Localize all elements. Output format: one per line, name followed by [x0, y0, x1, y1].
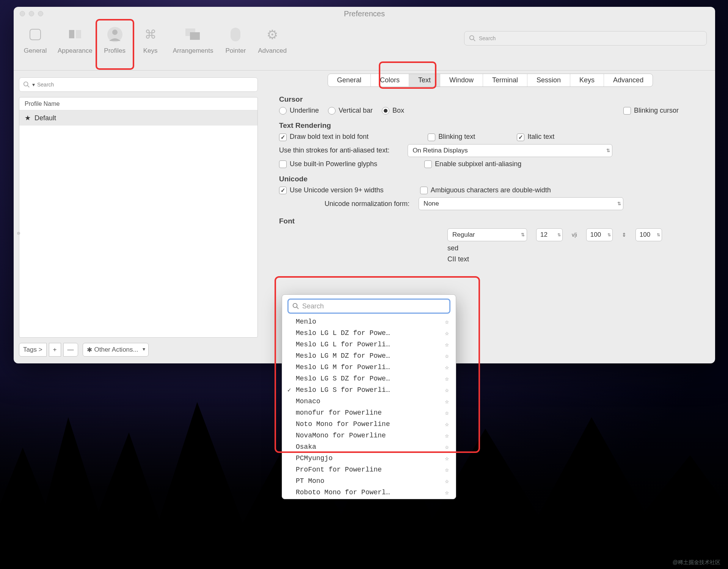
titlebar: Preferences	[14, 7, 715, 20]
favorite-star-icon[interactable]: ☆	[445, 420, 449, 428]
favorite-star-icon[interactable]: ☆	[445, 318, 449, 326]
resize-handle-icon[interactable]	[17, 232, 20, 235]
favorite-star-icon[interactable]: ☆	[445, 409, 449, 417]
favorite-star-icon[interactable]: ☆	[445, 397, 449, 406]
vspacing-field[interactable]: 100	[635, 228, 662, 241]
favorite-star-icon[interactable]: ☆	[445, 374, 449, 383]
font-list-item[interactable]: Noto Mono for Powerline☆	[285, 418, 453, 430]
font-list-item[interactable]: Osaka☆	[285, 441, 453, 453]
cursor-underline-radio[interactable]: Underline	[279, 107, 319, 115]
unicode-v9-check[interactable]: Use Unicode version 9+ widths	[279, 186, 384, 194]
tab-keys[interactable]: Keys	[570, 74, 604, 86]
font-list-item[interactable]: PCMyungjo☆	[285, 453, 453, 464]
font-weight-select[interactable]: Regular	[447, 228, 527, 241]
tab-window[interactable]: Window	[440, 74, 483, 86]
font-list-item[interactable]: NovaMono for Powerline☆	[285, 430, 453, 441]
sidebar-search[interactable]: ▾ Search	[19, 77, 258, 92]
blinking-text-check[interactable]: Blinking text	[428, 133, 475, 141]
favorite-star-icon[interactable]: ☆	[445, 363, 449, 371]
tab-session[interactable]: Session	[527, 74, 570, 86]
thin-strokes-select[interactable]: On Retina Displays	[408, 144, 612, 157]
subpixel-aa-check[interactable]: Enable subpixel anti-aliasing	[424, 160, 521, 168]
profile-list-item[interactable]: ★ Default	[19, 110, 257, 126]
favorite-star-icon[interactable]: ☆	[445, 443, 449, 451]
close-button[interactable]	[20, 11, 25, 16]
svg-point-12	[293, 303, 297, 308]
toolbar-arrangements[interactable]: Arrangements	[173, 22, 213, 55]
favorite-star-icon[interactable]: ☆	[445, 465, 449, 474]
font-list-item[interactable]: Meslo LG L DZ for Powe…☆	[285, 327, 453, 339]
section-cursor: Cursor	[279, 95, 701, 104]
toolbar-advanced[interactable]: ⚙ Advanced	[258, 22, 287, 55]
tags-button[interactable]: Tags >	[19, 343, 47, 357]
font-list-item[interactable]: Meslo LG M DZ for Powe…☆	[285, 350, 453, 362]
toolbar-general[interactable]: General	[22, 22, 49, 55]
font-list[interactable]: Menlo☆Meslo LG L DZ for Powe…☆Meslo LG L…	[285, 316, 453, 498]
tab-terminal[interactable]: Terminal	[483, 74, 527, 86]
favorite-star-icon[interactable]: ☆	[445, 386, 449, 394]
font-list-item[interactable]: Monaco☆	[285, 396, 453, 407]
svg-line-11	[28, 86, 30, 88]
remove-profile-button[interactable]: —	[63, 343, 78, 357]
window-title: Preferences	[14, 9, 715, 18]
font-list-item[interactable]: Meslo LG S for Powerli…☆	[285, 384, 453, 396]
favorite-star-icon[interactable]: ☆	[445, 477, 449, 485]
favorite-star-icon[interactable]: ☆	[445, 431, 449, 440]
blinking-cursor-check[interactable]: Blinking cursor	[623, 107, 679, 115]
tab-colors[interactable]: Colors	[370, 74, 409, 86]
slider-icon	[25, 24, 46, 45]
hspacing-field[interactable]: 100	[586, 228, 613, 241]
bold-font-check[interactable]: Draw bold text in bold font	[279, 133, 369, 141]
tab-text[interactable]: Text	[409, 74, 440, 86]
favorite-star-icon[interactable]: ☆	[445, 454, 449, 462]
cursor-vertical-radio[interactable]: Vertical bar	[328, 107, 373, 115]
favorite-star-icon[interactable]: ☆	[445, 488, 449, 497]
svg-rect-1	[69, 30, 74, 38]
partial-text: CII text	[447, 255, 469, 263]
toolbar-appearance[interactable]: Appearance	[58, 22, 93, 55]
italic-text-check[interactable]: Italic text	[517, 133, 554, 141]
font-list-item[interactable]: PT Mono☆	[285, 475, 453, 487]
add-profile-button[interactable]: +	[49, 343, 61, 357]
font-size-field[interactable]: 12	[536, 228, 563, 241]
tab-advanced[interactable]: Advanced	[604, 74, 653, 86]
other-actions-select[interactable]: ✱Other Actions...	[83, 343, 149, 357]
toolbar-profiles[interactable]: Profiles	[102, 22, 128, 55]
vspacing-icon: ⇕	[622, 232, 626, 238]
toolbar: General Appearance Profiles ⌘ Keys Arran…	[14, 20, 715, 71]
favorite-star-icon[interactable]: ☆	[445, 352, 449, 360]
font-list-item[interactable]: Roboto Mono for Powerl…☆	[285, 487, 453, 498]
section-unicode: Unicode	[279, 175, 701, 183]
font-search-input[interactable]: Search	[287, 299, 450, 314]
font-list-item[interactable]: Meslo LG L for Powerli…☆	[285, 339, 453, 350]
favorite-star-icon[interactable]: ☆	[445, 340, 449, 349]
search-icon	[292, 303, 299, 310]
profile-tabs: General Colors Text Window Terminal Sess…	[328, 74, 653, 87]
svg-line-13	[297, 307, 299, 309]
cursor-box-radio[interactable]: Box	[382, 107, 404, 115]
svg-point-4	[112, 30, 118, 35]
tab-general[interactable]: General	[328, 74, 370, 86]
toolbar-keys[interactable]: ⌘ Keys	[137, 22, 164, 55]
font-list-item[interactable]: Meslo LG M for Powerli…☆	[285, 362, 453, 373]
profile-list: Profile Name ★ Default	[19, 97, 258, 338]
toolbar-pointer[interactable]: Pointer	[222, 22, 249, 55]
ambiguous-width-check[interactable]: Ambiguous characters are double-width	[420, 186, 551, 194]
font-list-item[interactable]: Meslo LG S DZ for Powe…☆	[285, 373, 453, 384]
font-list-item[interactable]: Menlo☆	[285, 316, 453, 327]
unicode-norm-select[interactable]: None	[419, 197, 623, 210]
font-list-item[interactable]: ProFont for Powerline☆	[285, 464, 453, 475]
minimize-button[interactable]	[29, 11, 34, 16]
svg-line-9	[474, 39, 475, 41]
font-list-item[interactable]: monofur for Powerline☆	[285, 407, 453, 418]
zoom-button[interactable]	[38, 11, 43, 16]
mouse-icon	[225, 24, 246, 45]
favorite-star-icon[interactable]: ☆	[445, 329, 449, 337]
gear-icon: ⚙	[262, 24, 282, 45]
profiles-sidebar: ▾ Search Profile Name ★ Default Tags > +…	[14, 71, 268, 363]
unicode-norm-label: Unicode normalization form:	[325, 200, 410, 208]
hspacing-icon: v|i	[572, 232, 577, 238]
powerline-glyphs-check[interactable]: Use built-in Powerline glyphs	[279, 160, 377, 168]
toolbar-search[interactable]: Search	[464, 31, 707, 46]
profile-icon	[105, 24, 125, 45]
